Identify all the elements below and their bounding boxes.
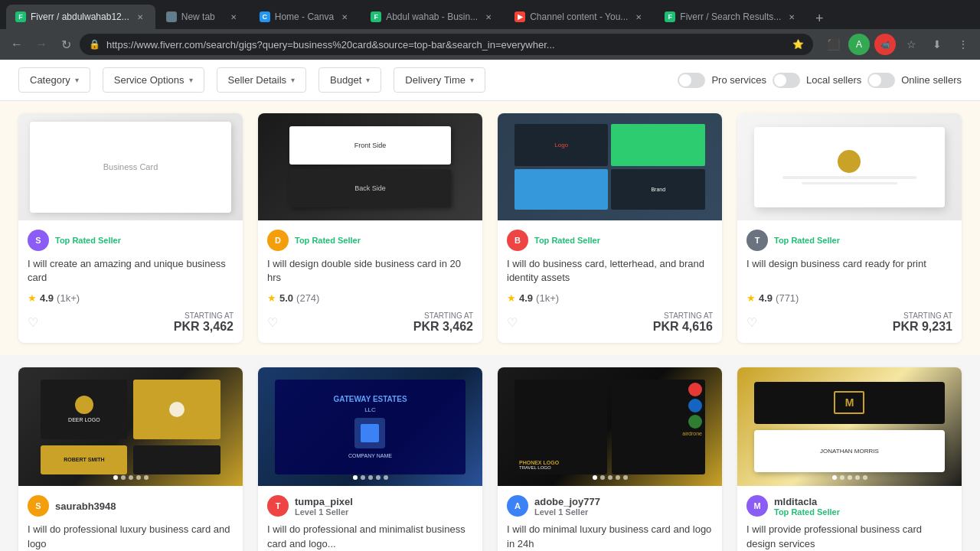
rating-count: (274) xyxy=(296,292,319,304)
budget-label: Budget xyxy=(330,74,361,86)
tab-close-btn[interactable]: ✕ xyxy=(632,11,645,23)
tab-title: Abdul wahab - Busin... xyxy=(386,11,478,22)
top-cards-grid: Business Card S Top Rated Seller I will … xyxy=(18,113,962,343)
card-image: M JONATHAN MORRIS xyxy=(737,367,962,486)
star-icon: ★ xyxy=(507,292,516,304)
reload-button[interactable]: ↻ xyxy=(55,34,77,55)
card-title: I will do business card, letterhead, and… xyxy=(507,257,713,285)
seller-badge: Level 1 Seller xyxy=(295,507,353,517)
seller-badge: Level 1 Seller xyxy=(534,507,600,517)
back-button[interactable]: ← xyxy=(6,34,28,55)
card-image: Front Side Back Side xyxy=(258,113,482,220)
address-bar-row: ← → ↻ 🔒 https://www.fiverr.com/search/gi… xyxy=(0,29,980,60)
tab-bar: F Fiverr / abdulwahab12... ✕ New tab ✕ C… xyxy=(0,0,980,29)
card[interactable]: Logo Brand B Top Rated Seller I will do … xyxy=(498,113,722,343)
tab-abdulwahab[interactable]: F Abdul wahab - Busin... ✕ xyxy=(361,5,504,29)
seller-details-filter[interactable]: Seller Details ▾ xyxy=(217,67,307,93)
card-image: PHONEX LOGO TRAVEL LOGO airdrone xyxy=(498,367,722,486)
forward-button[interactable]: → xyxy=(31,34,52,55)
tab-title: Channel content - You... xyxy=(530,11,628,22)
tab-fiverr-abdulwahab[interactable]: F Fiverr / abdulwahab12... ✕ xyxy=(6,5,155,29)
card-title: I will do professional luxury business c… xyxy=(28,523,234,550)
tab-fiverr-search[interactable]: F Fiverr / Search Results... ✕ xyxy=(655,5,807,29)
toggle-group: Pro services Local sellers Online seller… xyxy=(678,73,962,88)
price: PKR 9,231 xyxy=(893,320,952,334)
card[interactable]: GATEWAY ESTATES LLC COMPANY NAME xyxy=(258,367,482,551)
menu-icon[interactable]: ⋮ xyxy=(952,34,974,55)
card-image: Logo Brand xyxy=(498,113,722,220)
tab-title: Fiverr / Search Results... xyxy=(680,11,781,22)
card[interactable]: M JONATHAN MORRIS xyxy=(737,367,962,551)
card-image xyxy=(737,113,962,220)
top-rated-badge: Top Rated Seller xyxy=(55,236,121,245)
starting-at-label: STARTING AT xyxy=(893,311,952,320)
local-sellers-toggle[interactable] xyxy=(773,73,800,88)
new-tab-button[interactable]: + xyxy=(808,8,830,29)
seller-details-label: Seller Details xyxy=(228,74,287,86)
card-image: DEER LOGO ROBERT SMITH xyxy=(18,367,243,486)
starting-at-label: STARTING AT xyxy=(174,311,234,320)
tab-close-btn[interactable]: ✕ xyxy=(786,11,798,23)
card-image: Business Card xyxy=(18,113,243,220)
seller-name: tumpa_pixel xyxy=(295,496,353,507)
extensions-icon[interactable]: ⬛ xyxy=(822,34,844,55)
card[interactable]: PHONEX LOGO TRAVEL LOGO airdrone xyxy=(498,367,722,551)
seller-name: adobe_joy777 xyxy=(534,496,600,507)
service-options-filter[interactable]: Service Options ▾ xyxy=(103,67,204,93)
rating-number: 5.0 xyxy=(279,292,293,304)
pro-services-label: Pro services xyxy=(711,74,766,86)
heart-button[interactable]: ♡ xyxy=(507,315,518,330)
card-title: I will provide professional business car… xyxy=(746,523,952,550)
star-icon: ★ xyxy=(746,292,756,304)
online-sellers-label: Online sellers xyxy=(901,74,962,86)
download-icon[interactable]: ⬇ xyxy=(926,34,948,55)
bookmark-icon[interactable]: ☆ xyxy=(900,34,922,55)
budget-filter[interactable]: Budget ▾ xyxy=(318,67,381,93)
card[interactable]: Business Card S Top Rated Seller I will … xyxy=(18,113,243,343)
card-title: I will design double side business card … xyxy=(267,257,473,285)
address-bar[interactable]: 🔒 https://www.fiverr.com/search/gigs?que… xyxy=(80,34,813,55)
rating-number: 4.9 xyxy=(759,292,773,304)
rating-number: 4.9 xyxy=(40,292,54,304)
chevron-down-icon: ▾ xyxy=(366,76,370,84)
price: PKR 4,616 xyxy=(653,320,713,334)
rating-count: (771) xyxy=(776,292,799,304)
top-rated-badge: Top Rated Seller xyxy=(534,236,600,245)
tab-new-tab[interactable]: New tab ✕ xyxy=(157,5,249,29)
main-content: Business Card S Top Rated Seller I will … xyxy=(0,101,980,551)
tab-close-btn[interactable]: ✕ xyxy=(338,11,351,23)
tab-close-btn[interactable]: ✕ xyxy=(227,11,240,23)
heart-button[interactable]: ♡ xyxy=(746,315,757,330)
heart-button[interactable]: ♡ xyxy=(28,315,38,330)
tab-close-btn[interactable]: ✕ xyxy=(134,11,146,23)
bottom-cards-section: DEER LOGO ROBERT SMITH xyxy=(0,355,980,551)
screen-share-icon[interactable]: 📹 xyxy=(874,34,896,55)
top-rated-badge: Top Rated Seller xyxy=(295,236,361,245)
price: PKR 3,462 xyxy=(413,320,473,334)
chevron-down-icon: ▾ xyxy=(189,76,193,84)
pro-services-toggle[interactable] xyxy=(678,73,705,88)
delivery-time-filter[interactable]: Delivery Time ▾ xyxy=(394,67,485,93)
tab-canva[interactable]: C Home - Canva ✕ xyxy=(250,5,360,29)
online-sellers-toggle[interactable] xyxy=(867,73,895,88)
top-cards-section: Business Card S Top Rated Seller I will … xyxy=(0,101,980,355)
heart-button[interactable]: ♡ xyxy=(267,315,278,330)
card[interactable]: Front Side Back Side D Top Rated Seller … xyxy=(258,113,482,343)
chevron-down-icon: ▾ xyxy=(75,76,79,84)
tab-close-btn[interactable]: ✕ xyxy=(482,11,495,23)
star-icon: ★ xyxy=(28,292,37,304)
address-security-icon: ⭐ xyxy=(792,39,804,50)
card-title: I will do minimal luxury business card a… xyxy=(507,523,713,550)
category-filter[interactable]: Category ▾ xyxy=(18,67,90,93)
price: PKR 3,462 xyxy=(174,320,234,334)
star-icon: ★ xyxy=(267,292,276,304)
card[interactable]: T Top Rated Seller I will design busines… xyxy=(737,113,962,343)
tab-title: New tab xyxy=(181,11,223,22)
local-sellers-label: Local sellers xyxy=(806,74,861,86)
tab-title: Home - Canva xyxy=(275,11,334,22)
tab-youtube[interactable]: ▶ Channel content - You... ✕ xyxy=(505,5,654,29)
online-sellers-toggle-item: Online sellers xyxy=(867,73,962,88)
card[interactable]: DEER LOGO ROBERT SMITH xyxy=(18,367,243,551)
top-rated-badge: Top Rated Seller xyxy=(774,236,840,245)
profile-icon[interactable]: A xyxy=(848,34,870,55)
